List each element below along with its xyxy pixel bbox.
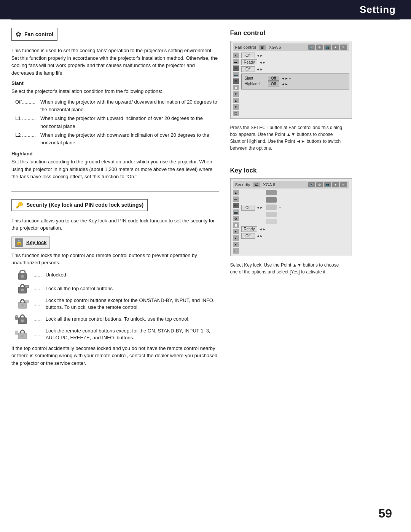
mockup-main-security: Off ◄► – Ready bbox=[241, 190, 349, 254]
page-title: Setting bbox=[360, 4, 396, 15]
slant-key-l1: L1 .......... bbox=[15, 115, 38, 131]
fan-control-section: ✿ Fan control This function is used to s… bbox=[11, 28, 219, 181]
page-number: 59 bbox=[378, 506, 392, 521]
fan-icon: ✿ bbox=[16, 30, 21, 38]
mockup-val-sec-2: Ready bbox=[241, 226, 258, 232]
key-lock-mockup: Security 📽 XGA 6 🔊 ⚙ 📺 ✦ ✎ ▲ ▬ bbox=[230, 178, 352, 256]
mockup-arrow-fan-2: ◄► bbox=[259, 61, 266, 64]
key-lock-label: Key lock bbox=[26, 240, 46, 245]
lock-remote-except-icon bbox=[15, 329, 30, 340]
mockup-sidebar-security: ▲ ▬ 👁 📷 ✿ 📋 ▼ ▲ ▼ ☐ bbox=[233, 190, 239, 254]
keylock-icon-3 bbox=[266, 204, 277, 210]
svg-rect-13 bbox=[15, 315, 18, 320]
svg-rect-9 bbox=[25, 300, 29, 303]
slant-key-off: Off.......... bbox=[15, 98, 38, 114]
page-header: Setting bbox=[0, 0, 411, 19]
key-option-dots-1: ...... bbox=[33, 272, 42, 278]
mockup-body-fan: ▲ ▬ 👁 📷 ✿ 📋 ▼ ▲ ▼ ☐ Off ◄ bbox=[233, 53, 349, 116]
highland-heading: Highland bbox=[11, 151, 219, 157]
svg-rect-17 bbox=[15, 331, 18, 335]
mockup-security-resolution: XGA 6 bbox=[263, 182, 275, 187]
slant-desc-off: When using the projector with the upward… bbox=[40, 98, 219, 114]
key-option-lock-remote-except: ...... Lock the remote control buttons e… bbox=[15, 328, 219, 341]
key-lock-right-title: Key lock bbox=[230, 167, 400, 174]
slant-heading: Slant bbox=[11, 80, 219, 86]
key-option-dots-2: ...... bbox=[33, 286, 42, 291]
security-icon: 🔑 bbox=[16, 201, 23, 209]
slant-option-off: Off.......... When using the projector w… bbox=[15, 98, 219, 114]
mockup-fan-icon-sm: 📽 bbox=[259, 45, 266, 50]
key-option-lock-all-remote: ...... Lock all the remote control butto… bbox=[15, 314, 219, 324]
security-body: This function allows you to use the Key … bbox=[11, 217, 219, 232]
security-section: 🔑 Security (Key lock and PIN code lock s… bbox=[11, 199, 219, 367]
mockup-security-icon-sm: 📽 bbox=[253, 182, 260, 187]
lock-all-top-icon bbox=[15, 283, 30, 294]
dialog-label-slant: Slant bbox=[245, 76, 266, 80]
fan-control-right-title: Fan control bbox=[230, 29, 400, 37]
sidebar-icon-6: 📋 bbox=[233, 85, 239, 90]
svg-rect-18 bbox=[16, 331, 18, 332]
key-option-text-lock-all-top: Lock all the top control buttons bbox=[46, 285, 113, 292]
svg-rect-12 bbox=[21, 320, 24, 322]
sidebar-icon-1: ▲ bbox=[233, 53, 239, 58]
mockup-val-fan-3: Off bbox=[241, 66, 255, 72]
key-option-dots-4: ...... bbox=[33, 316, 42, 322]
sec-sidebar-icon-8: ▲ bbox=[233, 235, 239, 241]
slant-option-l1: L1 .......... When using the projector w… bbox=[15, 115, 219, 131]
slant-option-l2: L2 .......... When using the projector w… bbox=[15, 131, 219, 147]
sidebar-icon-4: 📷 bbox=[233, 72, 239, 77]
sec-sidebar-icon-6: 📋 bbox=[233, 222, 239, 228]
sidebar-icon-7: ▼ bbox=[233, 91, 239, 97]
fan-control-body: This function is used to set the cooling… bbox=[11, 47, 219, 77]
mockup-icon-5: ✎ bbox=[340, 45, 347, 50]
unlocked-icon bbox=[15, 270, 30, 280]
mockup-body-security: ▲ ▬ 👁 📷 ✿ 📋 ▼ ▲ ▼ ☐ Off ◄ bbox=[233, 190, 349, 254]
key-option-text-lock-top-except: Lock the top control buttons except for … bbox=[46, 297, 219, 311]
fan-control-header: ✿ Fan control bbox=[11, 28, 57, 41]
dialog-row-highland: Highland Off ◄► bbox=[245, 81, 346, 86]
content-area: ✿ Fan control This function is used to s… bbox=[0, 20, 411, 400]
mockup-val-fan-2: Ready bbox=[241, 59, 258, 65]
fan-control-caption: Press the SELECT button at Fan control a… bbox=[230, 124, 344, 152]
mockup-arrow-sec-2: ◄► bbox=[259, 227, 266, 231]
key-lock-subsection: 🔒 Key lock This function locks the top c… bbox=[11, 236, 219, 367]
mockup-fan-label: Fan control bbox=[235, 45, 256, 50]
key-option-text-lock-remote-except: Lock the remote control buttons except f… bbox=[46, 328, 219, 341]
security-title: Security (Key lock and PIN code lock set… bbox=[26, 202, 143, 208]
slant-intro: Select the projector's installation cond… bbox=[11, 88, 219, 95]
fan-control-right: Fan control Fan control 📽 XGA 6 🔊 ⚙ 📺 ✦ … bbox=[230, 29, 400, 152]
keylock-icons bbox=[266, 190, 277, 225]
lock-top-except-icon bbox=[15, 299, 30, 309]
sidebar-icon-10: ☐ bbox=[233, 111, 239, 116]
sec-dash: – bbox=[279, 206, 281, 209]
keylock-icon-2 bbox=[266, 197, 277, 203]
mockup-arrow-fan-1: ◄► bbox=[256, 54, 263, 58]
keylock-icon-4 bbox=[266, 212, 277, 217]
mockup-val-sec-3: Off bbox=[241, 233, 255, 239]
mockup-dialog-fan: Slant Off ◄► – Highland Off ◄► bbox=[241, 73, 349, 89]
sec-sidebar-icon-1: ▲ bbox=[233, 190, 239, 195]
mockup-arrow-sec-1: ◄► bbox=[256, 206, 263, 209]
fan-control-mockup: Fan control 📽 XGA 6 🔊 ⚙ 📺 ✦ ✎ ▲ ▬ bbox=[230, 41, 352, 119]
mockup-arrow-sec-3: ◄► bbox=[256, 234, 263, 238]
mockup-row-sec-2: Ready ◄► bbox=[241, 226, 349, 232]
mockup-sec-icon-2: ⚙ bbox=[316, 182, 323, 187]
slant-desc-l2: When using the projector with downward i… bbox=[40, 131, 219, 147]
sidebar-icon-5: ✿ bbox=[233, 78, 239, 84]
mockup-title-bar-security: Security 📽 XGA 6 🔊 ⚙ 📺 ✦ ✎ bbox=[233, 181, 349, 189]
dialog-arrows-highland: ◄► bbox=[282, 82, 288, 86]
sidebar-icon-8: ▲ bbox=[233, 98, 239, 103]
sidebar-icon-3: 👁 bbox=[233, 66, 239, 71]
key-lock-caption: Select Key lock. Use the Point ▲▼ button… bbox=[230, 262, 344, 275]
dialog-value-highland: Off bbox=[268, 81, 279, 86]
mockup-icon-1: 🔊 bbox=[308, 45, 315, 50]
slant-key-l2: L2 .......... bbox=[15, 131, 38, 147]
svg-rect-16 bbox=[21, 335, 24, 337]
slant-options: Off.......... When using the projector w… bbox=[15, 98, 219, 147]
mockup-sec-icon-3: 📺 bbox=[324, 182, 331, 187]
sec-sidebar-icon-2: ▬ bbox=[233, 197, 239, 202]
svg-rect-14 bbox=[16, 316, 18, 317]
mockup-security-label: Security bbox=[235, 182, 250, 187]
key-option-dots-5: ...... bbox=[33, 332, 42, 337]
svg-rect-4 bbox=[25, 285, 29, 288]
